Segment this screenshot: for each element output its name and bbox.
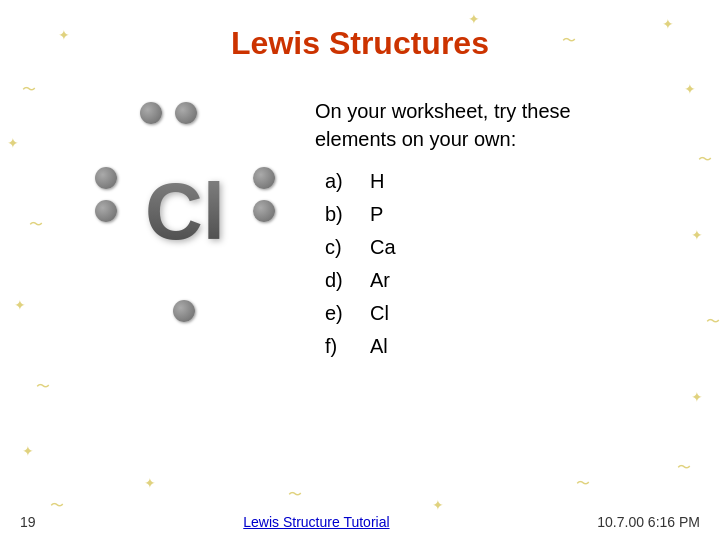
- list-label: c): [325, 231, 355, 264]
- list-value: H: [370, 165, 384, 198]
- list-label: a): [325, 165, 355, 198]
- list-item: d)Ar: [325, 264, 635, 297]
- electron-dot-right-top: [253, 167, 275, 189]
- list-item: e)Cl: [325, 297, 635, 330]
- element-symbol: Cl: [145, 166, 225, 258]
- electron-dot-left-bottom: [95, 200, 117, 222]
- list-label: b): [325, 198, 355, 231]
- electron-dot-bottom: [173, 300, 195, 322]
- text-content: On your worksheet, try these elements on…: [315, 92, 635, 363]
- lewis-diagram: Cl: [85, 92, 285, 332]
- intro-text: On your worksheet, try these elements on…: [315, 97, 635, 153]
- list-item: a)H: [325, 165, 635, 198]
- list-item: b)P: [325, 198, 635, 231]
- list-label: d): [325, 264, 355, 297]
- list-item: f)Al: [325, 330, 635, 363]
- elements-list: a)Hb)Pc)Cad)Are)Clf)Al: [315, 165, 635, 363]
- slide-title: Lewis Structures: [20, 25, 700, 62]
- main-body: Cl On your worksheet, try these elements…: [20, 82, 700, 373]
- list-value: Cl: [370, 297, 389, 330]
- list-value: Al: [370, 330, 388, 363]
- list-value: Ca: [370, 231, 396, 264]
- list-value: P: [370, 198, 383, 231]
- list-item: c)Ca: [325, 231, 635, 264]
- electron-dot-right-bottom: [253, 200, 275, 222]
- list-value: Ar: [370, 264, 390, 297]
- title-area: Lewis Structures: [20, 10, 700, 82]
- electron-dot-top-right: [175, 102, 197, 124]
- slide-content: Lewis Structures Cl On your worksheet, t…: [0, 0, 720, 540]
- list-label: f): [325, 330, 355, 363]
- electron-dot-top-left: [140, 102, 162, 124]
- list-label: e): [325, 297, 355, 330]
- electron-dot-left-top: [95, 167, 117, 189]
